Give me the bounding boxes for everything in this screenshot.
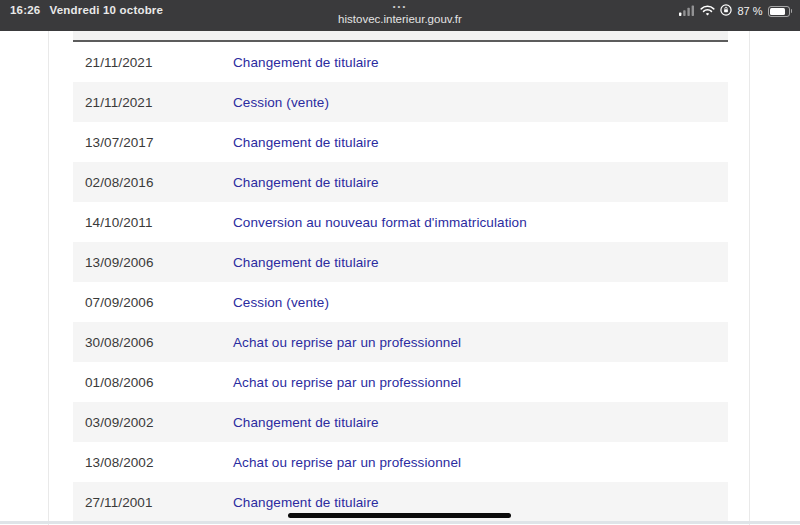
event-link[interactable]: Changement de titulaire <box>233 55 379 70</box>
event-date: 13/09/2006 <box>73 255 233 270</box>
table-row: 07/09/2006 Cession (vente) <box>73 282 728 322</box>
event-link[interactable]: Achat ou reprise par un professionnel <box>233 335 461 350</box>
page-content-container: 21/11/2021 Changement de titulaire 21/11… <box>48 31 750 525</box>
event-cell: Cession (vente) <box>233 295 728 310</box>
event-date: 07/09/2006 <box>73 295 233 310</box>
event-link[interactable]: Changement de titulaire <box>233 175 379 190</box>
event-link[interactable]: Changement de titulaire <box>233 135 379 150</box>
event-cell: Changement de titulaire <box>233 495 728 510</box>
ipad-screen: 16:26 Vendredi 10 octobre ••• histovec.i… <box>0 0 800 525</box>
event-link[interactable]: Changement de titulaire <box>233 495 379 510</box>
ios-status-bar: 16:26 Vendredi 10 octobre ••• histovec.i… <box>0 0 800 31</box>
event-date: 03/09/2002 <box>73 415 233 430</box>
table-row: 13/07/2017 Changement de titulaire <box>73 122 728 162</box>
table-row: 03/09/2002 Changement de titulaire <box>73 402 728 442</box>
home-indicator[interactable] <box>288 513 511 518</box>
history-table: 21/11/2021 Changement de titulaire 21/11… <box>73 31 728 522</box>
table-header-partial <box>73 31 728 42</box>
event-cell: Changement de titulaire <box>233 135 728 150</box>
event-date: 13/08/2002 <box>73 455 233 470</box>
event-cell: Changement de titulaire <box>233 175 728 190</box>
table-row: 21/11/2021 Changement de titulaire <box>73 42 728 82</box>
event-link[interactable]: Cession (vente) <box>233 95 329 110</box>
cellular-signal-icon <box>679 5 695 18</box>
event-cell: Changement de titulaire <box>233 255 728 270</box>
event-cell: Achat ou reprise par un professionnel <box>233 375 728 390</box>
browser-viewport: 21/11/2021 Changement de titulaire 21/11… <box>0 31 800 525</box>
event-cell: Changement de titulaire <box>233 415 728 430</box>
table-row: 14/10/2011 Conversion au nouveau format … <box>73 202 728 242</box>
wifi-icon <box>700 5 715 18</box>
battery-icon <box>768 6 793 17</box>
event-cell: Changement de titulaire <box>233 55 728 70</box>
event-cell: Achat ou reprise par un professionnel <box>233 335 728 350</box>
event-link[interactable]: Achat ou reprise par un professionnel <box>233 375 461 390</box>
event-link[interactable]: Changement de titulaire <box>233 415 379 430</box>
event-link[interactable]: Cession (vente) <box>233 295 329 310</box>
event-date: 02/08/2016 <box>73 175 233 190</box>
battery-percent-label: 87 % <box>737 5 762 17</box>
event-link[interactable]: Achat ou reprise par un professionnel <box>233 455 461 470</box>
table-row: 01/08/2006 Achat ou reprise par un profe… <box>73 362 728 402</box>
table-row: 13/08/2002 Achat ou reprise par un profe… <box>73 442 728 482</box>
event-date: 30/08/2006 <box>73 335 233 350</box>
table-row: 13/09/2006 Changement de titulaire <box>73 242 728 282</box>
event-date: 14/10/2011 <box>73 215 233 230</box>
event-cell: Cession (vente) <box>233 95 728 110</box>
table-row: 21/11/2021 Cession (vente) <box>73 82 728 122</box>
table-row: 30/08/2006 Achat ou reprise par un profe… <box>73 322 728 362</box>
event-cell: Achat ou reprise par un professionnel <box>233 455 728 470</box>
event-date: 27/11/2001 <box>73 495 233 510</box>
event-cell: Conversion au nouveau format d'immatricu… <box>233 215 728 230</box>
table-row: 02/08/2016 Changement de titulaire <box>73 162 728 202</box>
event-date: 13/07/2017 <box>73 135 233 150</box>
event-date: 01/08/2006 <box>73 375 233 390</box>
event-date: 21/11/2021 <box>73 95 233 110</box>
history-rows: 21/11/2021 Changement de titulaire 21/11… <box>73 42 728 522</box>
status-right: 87 % <box>679 4 792 18</box>
event-date: 21/11/2021 <box>73 55 233 70</box>
event-link[interactable]: Conversion au nouveau format d'immatricu… <box>233 215 527 230</box>
bottom-edge-divider <box>0 521 800 524</box>
event-link[interactable]: Changement de titulaire <box>233 255 379 270</box>
rotation-lock-icon <box>720 4 732 18</box>
